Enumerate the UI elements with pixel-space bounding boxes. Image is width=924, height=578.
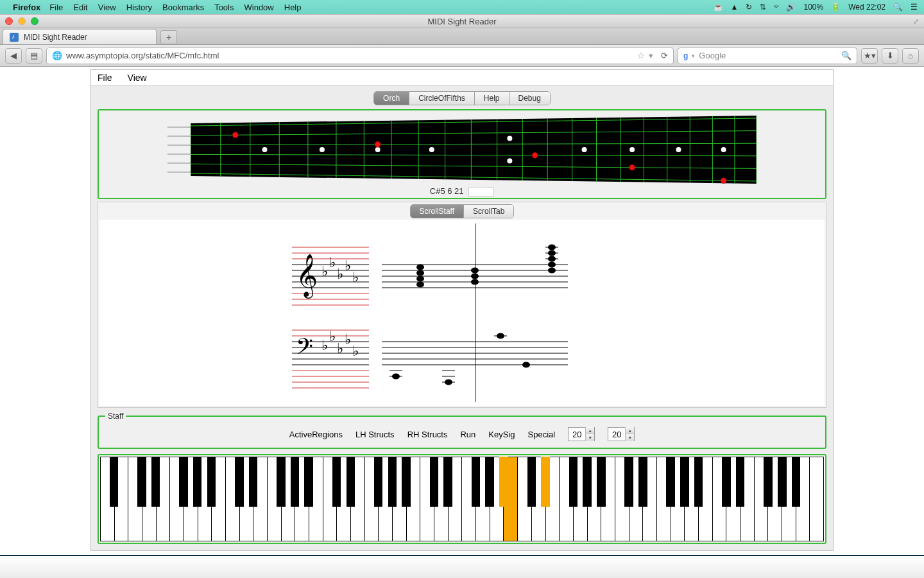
notify-icon[interactable]: ▲	[731, 3, 739, 12]
white-key[interactable]	[336, 457, 350, 541]
white-key[interactable]	[475, 457, 490, 541]
battery-pct[interactable]: 100%	[803, 3, 823, 12]
app-name[interactable]: Firefox	[13, 3, 40, 12]
white-key[interactable]	[420, 457, 434, 541]
white-key[interactable]	[198, 457, 212, 541]
tab-help[interactable]: Help	[475, 92, 509, 105]
downloads-button[interactable]: ⬇	[882, 48, 898, 64]
white-key[interactable]	[100, 457, 114, 541]
white-key[interactable]	[392, 457, 406, 541]
fullscreen-icon[interactable]: ⤢	[913, 17, 919, 26]
white-key[interactable]	[406, 457, 420, 541]
menu-history[interactable]: History	[126, 3, 152, 12]
white-key[interactable]	[490, 457, 504, 541]
url-bar[interactable]: 🌐 www.asymptopia.org/static/MFC/mfc.html…	[46, 48, 674, 64]
dock[interactable]	[0, 555, 924, 578]
white-key[interactable]	[239, 457, 253, 541]
white-key[interactable]	[253, 457, 267, 541]
menu-help[interactable]: Help	[284, 3, 302, 12]
white-key[interactable]	[601, 457, 615, 541]
white-key[interactable]	[767, 457, 782, 541]
white-key[interactable]	[323, 457, 337, 541]
white-key[interactable]	[267, 457, 281, 541]
num-input-2[interactable]: ▲▼	[608, 427, 635, 441]
white-key[interactable]	[712, 457, 726, 541]
search-bar[interactable]: g ▾ Google 🔍	[678, 48, 857, 64]
spin-up-icon[interactable]: ▲	[626, 427, 634, 434]
white-key[interactable]	[587, 457, 601, 541]
minimize-button[interactable]	[18, 17, 26, 25]
white-key[interactable]	[615, 457, 629, 541]
spin-down-icon[interactable]: ▼	[586, 434, 594, 441]
white-key[interactable]	[448, 457, 462, 541]
white-key[interactable]	[503, 457, 517, 541]
fretboard[interactable]	[167, 116, 757, 184]
white-key[interactable]	[754, 457, 768, 541]
reload-icon[interactable]: ⟳	[661, 51, 668, 60]
white-key[interactable]	[295, 457, 309, 541]
white-key[interactable]	[684, 457, 698, 541]
menu-window[interactable]: Window	[244, 3, 274, 12]
white-key[interactable]	[642, 457, 656, 541]
white-key[interactable]	[796, 457, 810, 541]
java-icon[interactable]: ☕	[714, 3, 723, 12]
white-key[interactable]	[573, 457, 587, 541]
white-key[interactable]	[559, 457, 573, 541]
app-menu-file[interactable]: File	[98, 73, 112, 83]
white-key[interactable]	[281, 457, 295, 541]
new-tab-button[interactable]: +	[160, 30, 177, 44]
spin-up-icon[interactable]: ▲	[586, 427, 594, 434]
white-key[interactable]	[671, 457, 685, 541]
fretboard-body[interactable]	[191, 116, 757, 184]
menu-tools[interactable]: Tools	[214, 3, 234, 12]
spotlight-icon[interactable]: 🔍	[893, 3, 903, 12]
white-key[interactable]	[517, 457, 531, 541]
menu-file[interactable]: File	[49, 3, 63, 12]
white-key[interactable]	[225, 457, 239, 541]
num-input-1[interactable]: ▲▼	[568, 427, 595, 441]
clock[interactable]: Wed 22:02	[848, 3, 886, 12]
tab-debug[interactable]: Debug	[509, 92, 550, 105]
ctrl-activeregions[interactable]: ActiveRegions	[289, 430, 343, 439]
num-field-1[interactable]	[569, 430, 585, 439]
battery-icon[interactable]: 🔋	[831, 3, 841, 12]
white-key[interactable]	[114, 457, 128, 541]
close-button[interactable]	[5, 17, 13, 25]
dropdown-icon[interactable]: ▾	[692, 53, 695, 59]
back-button[interactable]: ◀	[5, 48, 22, 64]
white-key[interactable]	[726, 457, 740, 541]
volume-icon[interactable]: 🔊	[786, 3, 796, 12]
menu-view[interactable]: View	[98, 3, 116, 12]
white-key[interactable]	[809, 457, 824, 541]
white-key[interactable]	[461, 457, 475, 541]
ctrl-special[interactable]: Special	[528, 430, 556, 439]
white-key[interactable]	[142, 457, 156, 541]
bookmark-star-icon[interactable]: ☆	[637, 51, 645, 60]
white-key[interactable]	[531, 457, 545, 541]
white-key[interactable]	[309, 457, 323, 541]
note-input-box[interactable]	[468, 187, 494, 197]
spin-down-icon[interactable]: ▼	[626, 434, 634, 441]
tab-orch[interactable]: Orch	[374, 92, 409, 105]
white-key[interactable]	[782, 457, 796, 541]
wifi-icon[interactable]: ⌔	[774, 3, 778, 12]
tab-circleoffifths[interactable]: CircleOfFifths	[409, 92, 475, 105]
menu-edit[interactable]: Edit	[73, 3, 87, 12]
browser-tab[interactable]: MIDI Sight Reader	[3, 29, 157, 44]
white-key[interactable]	[740, 457, 754, 541]
white-key[interactable]	[434, 457, 448, 541]
bookmark-button[interactable]: ★▾	[861, 48, 878, 64]
white-key[interactable]	[128, 457, 142, 541]
white-key[interactable]	[629, 457, 643, 541]
home-button[interactable]: ⌂	[902, 48, 919, 64]
notification-center-icon[interactable]: ☰	[911, 3, 918, 12]
timemachine-icon[interactable]: ↻	[746, 3, 752, 12]
num-field-2[interactable]	[608, 430, 625, 439]
ctrl-lhstructs[interactable]: LH Structs	[355, 430, 395, 439]
white-key[interactable]	[378, 457, 392, 541]
tab-scrollstaff[interactable]: ScrollStaff	[411, 205, 464, 218]
white-key[interactable]	[545, 457, 560, 541]
dropdown-icon[interactable]: ▾	[649, 51, 653, 60]
app-menu-view[interactable]: View	[128, 73, 147, 83]
white-key[interactable]	[211, 457, 225, 541]
